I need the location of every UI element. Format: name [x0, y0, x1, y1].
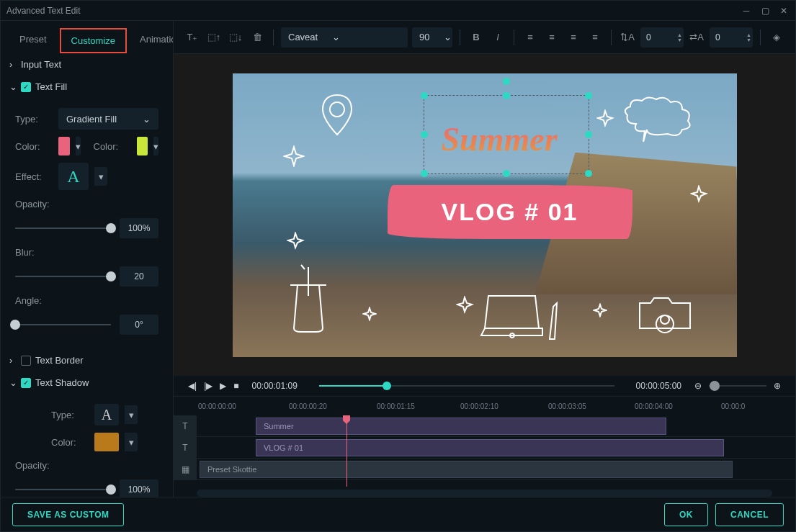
save-as-custom-button[interactable]: SAVE AS CUSTOM	[12, 503, 124, 526]
blur-label: Blur:	[15, 247, 158, 258]
bold-icon[interactable]: B	[468, 29, 485, 46]
section-input-text[interactable]: › Input Text	[1, 53, 173, 76]
timeline-scrollbar[interactable]	[197, 490, 772, 497]
track-1: T Summer	[174, 415, 795, 437]
text-fill-label: Text Fill	[35, 81, 67, 92]
cancel-button[interactable]: CANCEL	[715, 503, 784, 526]
chevron-right-icon: ›	[9, 355, 17, 366]
italic-icon[interactable]: I	[489, 29, 506, 46]
align-justify-icon[interactable]: ≡	[586, 29, 604, 46]
minimize-icon[interactable]: ─	[741, 5, 752, 17]
timeline-ruler[interactable]: 00:00:00:00 00:00:00:20 00:00:01:15 00:0…	[174, 397, 795, 415]
color2-swatch[interactable]	[137, 137, 148, 155]
footer: SAVE AS CUSTOM OK CANCEL	[1, 497, 795, 531]
next-frame-icon[interactable]: |▶	[204, 381, 213, 391]
titlebar: Advanced Text Edit ─ ▢ ✕	[1, 1, 795, 21]
blur-value[interactable]: 20	[120, 266, 158, 287]
tab-customize[interactable]: Customize	[60, 28, 127, 53]
track-text-icon[interactable]: T	[174, 437, 197, 458]
text-fill-checkbox[interactable]: ✓	[21, 82, 31, 92]
send-back-icon[interactable]: ⬚↓	[227, 29, 244, 46]
delete-icon[interactable]: 🗑	[249, 29, 266, 46]
effect-dropdown[interactable]: ▾	[94, 167, 107, 186]
text-border-checkbox[interactable]	[21, 356, 31, 366]
window-title: Advanced Text Edit	[6, 6, 741, 16]
fill-type-select[interactable]: Gradient Fill ⌄	[58, 108, 158, 130]
prev-frame-icon[interactable]: ◀|	[188, 381, 197, 391]
shadow-type-dropdown[interactable]: ▾	[125, 405, 138, 424]
text-shadow-checkbox[interactable]: ✓	[21, 378, 31, 388]
tab-animation[interactable]: Animation	[130, 28, 174, 53]
chevron-down-icon: ⌄	[9, 81, 17, 92]
align-center-icon[interactable]: ≡	[543, 29, 560, 46]
diamond-icon[interactable]: ◈	[768, 29, 785, 46]
color2-label: Color:	[94, 141, 130, 152]
char-spacing-input[interactable]: 0▲▼	[710, 27, 753, 48]
toolbar: T₊ ⬚↑ ⬚↓ 🗑 Caveat⌄ 90⌄ B I ≡ ≡ ≡ ≡	[174, 21, 795, 54]
text-border-label: Text Border	[35, 355, 83, 366]
shadow-type-label: Type:	[51, 410, 87, 420]
track-text-icon[interactable]: T	[174, 415, 197, 436]
angle-label: Angle:	[15, 295, 158, 306]
playhead[interactable]	[346, 415, 347, 487]
opacity-value[interactable]: 100%	[120, 218, 158, 238]
bring-front-icon[interactable]: ⬚↑	[205, 29, 223, 46]
align-right-icon[interactable]: ≡	[565, 29, 582, 46]
shadow-color-dropdown[interactable]: ▾	[125, 433, 138, 451]
shadow-opacity-slider[interactable]	[15, 489, 111, 490]
color1-dropdown[interactable]: ▾	[76, 137, 81, 155]
preview-title-text[interactable]: Summer	[442, 120, 558, 158]
maximize-icon[interactable]: ▢	[759, 5, 771, 17]
line-height-icon[interactable]: ⇅A	[619, 29, 636, 46]
chevron-down-icon: ⌄	[444, 32, 452, 42]
stop-icon[interactable]: ■	[233, 381, 238, 391]
effect-label: Effect:	[15, 171, 51, 182]
zoom-in-icon[interactable]: ⊕	[774, 381, 781, 391]
transport-bar: ◀| |▶ ▶ ■ 00:00:01:09 00:00:05:00 ⊖ ⊕	[174, 376, 795, 396]
shadow-opacity-value[interactable]: 100%	[120, 479, 158, 497]
type-label: Type:	[15, 114, 51, 125]
sidebar: Preset Customize Animation › Input Text …	[1, 21, 174, 497]
chevron-down-icon: ⌄	[9, 377, 17, 388]
shadow-color-swatch[interactable]	[94, 433, 119, 451]
add-text-icon[interactable]: T₊	[184, 29, 201, 46]
close-icon[interactable]: ✕	[778, 5, 790, 17]
align-left-icon[interactable]: ≡	[522, 29, 539, 46]
opacity-label: Opacity:	[15, 199, 158, 209]
section-text-fill[interactable]: ⌄ ✓ Text Fill	[1, 76, 173, 98]
color1-label: Color:	[15, 141, 51, 152]
play-icon[interactable]: ▶	[220, 381, 226, 391]
ok-button[interactable]: OK	[664, 503, 708, 526]
timeline: 00:00:00:00 00:00:00:20 00:00:01:15 00:0…	[174, 396, 795, 497]
blur-slider[interactable]	[15, 276, 111, 277]
preview-subtitle-bg[interactable]: VLOG # 01	[388, 185, 632, 239]
font-size-select[interactable]: 90⌄	[412, 27, 452, 48]
char-spacing-icon[interactable]: ⇄A	[688, 29, 705, 46]
clip-vlog[interactable]: VLOG # 01	[256, 439, 724, 456]
transport-slider[interactable]	[319, 385, 614, 387]
color2-dropdown[interactable]: ▾	[153, 137, 158, 155]
angle-slider[interactable]	[15, 324, 111, 325]
track-2: T VLOG # 01	[174, 437, 795, 459]
text-shadow-label: Text Shadow	[35, 377, 89, 388]
opacity-slider[interactable]	[15, 227, 111, 229]
track-3: ▦ Preset Skottie	[174, 459, 795, 480]
section-text-border[interactable]: › Text Border	[1, 349, 173, 371]
line-height-input[interactable]: 0▲▼	[640, 27, 684, 48]
clip-summer[interactable]: Summer	[256, 418, 666, 435]
section-text-shadow[interactable]: ⌄ ✓ Text Shadow	[1, 371, 173, 394]
clip-preset[interactable]: Preset Skottie	[200, 461, 733, 478]
tab-preset[interactable]: Preset	[9, 28, 57, 53]
shadow-type-preview[interactable]: A	[94, 404, 119, 425]
effect-preview[interactable]: A	[58, 163, 89, 190]
zoom-out-icon[interactable]: ⊖	[694, 381, 702, 391]
preview-subtitle-text: VLOG # 01	[442, 198, 578, 226]
input-text-label: Input Text	[21, 59, 61, 70]
color1-swatch[interactable]	[58, 137, 70, 155]
font-select[interactable]: Caveat⌄	[281, 27, 408, 48]
shadow-opacity-label: Opacity:	[15, 460, 158, 471]
duration-time: 00:00:05:00	[636, 381, 681, 391]
track-preset-icon[interactable]: ▦	[174, 459, 197, 479]
canvas[interactable]: Summer VLOG # 01	[233, 73, 737, 357]
angle-value[interactable]: 0°	[120, 315, 158, 335]
